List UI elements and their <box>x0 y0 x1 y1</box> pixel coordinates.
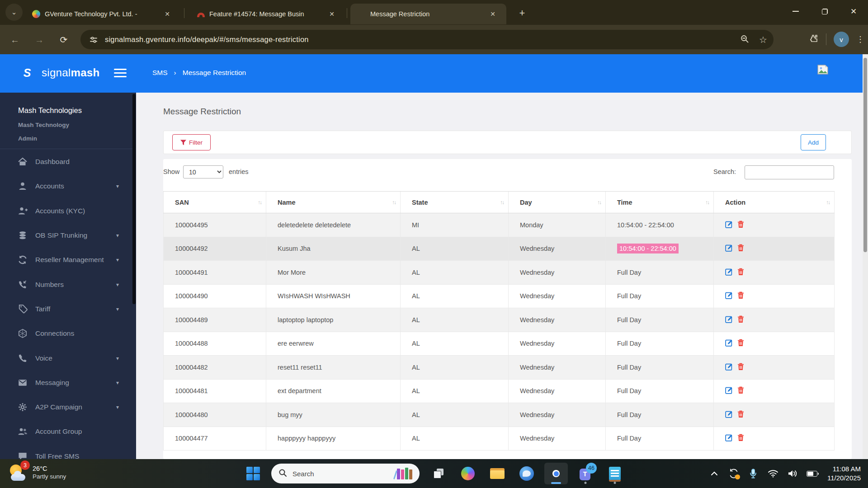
delete-icon[interactable] <box>737 291 744 300</box>
minimize-button[interactable] <box>781 0 810 23</box>
delete-icon[interactable] <box>737 339 744 348</box>
sort-icon[interactable]: ↑↓ <box>826 199 830 206</box>
sidebar-item-accounts[interactable]: Accounts▾ <box>0 174 136 198</box>
sidebar-toggle-button[interactable] <box>114 69 127 78</box>
zoom-out-icon[interactable] <box>740 34 749 45</box>
sidebar-item-messaging[interactable]: Messaging▾ <box>0 371 136 395</box>
delete-icon[interactable] <box>737 363 744 372</box>
taskbar-search[interactable]: Search <box>271 464 420 483</box>
column-header-state[interactable]: State↑↓ <box>401 192 509 213</box>
edit-icon[interactable] <box>725 434 733 443</box>
page-scrollbar-thumb[interactable] <box>863 58 867 252</box>
tab-search-button[interactable]: ⌄ <box>5 4 23 21</box>
sidebar-item-label: Account Group <box>35 427 82 436</box>
taskbar-clock[interactable]: 11:08 AM 11/20/2025 <box>827 465 861 483</box>
sidebar-scrollbar[interactable] <box>132 94 136 304</box>
browser-tab-3[interactable]: Message Restriction✕ <box>350 4 506 24</box>
delete-icon[interactable] <box>737 386 744 395</box>
edit-icon[interactable] <box>725 339 733 348</box>
search-label: Search: <box>713 168 736 175</box>
sidebar-item-accounts-kyc[interactable]: Accounts (KYC) <box>0 199 136 223</box>
sort-icon[interactable]: ↑↓ <box>258 199 261 206</box>
notepad-button[interactable] <box>603 463 627 484</box>
restore-button[interactable] <box>810 0 839 23</box>
edit-icon[interactable] <box>725 244 733 253</box>
sort-icon[interactable]: ↑↓ <box>500 199 504 206</box>
teams-button[interactable]: 46 <box>574 463 597 484</box>
workspace-role[interactable]: Admin <box>18 135 37 142</box>
delete-icon[interactable] <box>737 410 744 419</box>
column-header-san[interactable]: SAN↑↓ <box>163 192 266 213</box>
tab-close-icon[interactable]: ✕ <box>162 9 172 19</box>
page-scrollbar[interactable] <box>863 54 868 459</box>
delete-icon[interactable] <box>737 221 744 230</box>
back-button[interactable]: ← <box>6 31 24 48</box>
chrome-button[interactable] <box>544 463 568 484</box>
table-search-input[interactable] <box>745 165 834 179</box>
browser-tab-1[interactable]: GVenture Technology Pvt. Ltd. -✕ <box>25 4 181 24</box>
page-size-select[interactable]: 10 <box>183 165 223 178</box>
thunderbird-button[interactable] <box>515 463 538 484</box>
wifi-icon[interactable] <box>768 469 778 478</box>
column-header-name[interactable]: Name↑↓ <box>266 192 401 213</box>
column-header-time[interactable]: Time↑↓ <box>606 192 714 213</box>
tray-chevron-up-icon[interactable] <box>711 471 718 476</box>
delete-icon[interactable] <box>737 244 744 253</box>
new-tab-button[interactable]: + <box>515 6 529 20</box>
workspace-account[interactable]: Mash Technology <box>18 122 69 128</box>
profile-avatar[interactable]: v <box>834 32 849 47</box>
weather-widget[interactable]: 3 26°C Partly sunny <box>9 463 66 482</box>
tab-close-icon[interactable]: ✕ <box>327 9 337 19</box>
breadcrumb-section[interactable]: SMS <box>152 69 168 77</box>
cell-san: 100004490 <box>163 285 266 308</box>
column-header-day[interactable]: Day↑↓ <box>509 192 606 213</box>
microphone-icon[interactable] <box>750 469 757 479</box>
filter-button[interactable]: Filter <box>172 134 211 150</box>
edit-icon[interactable] <box>725 410 733 419</box>
forward-button[interactable]: → <box>31 31 48 48</box>
delete-icon[interactable] <box>737 315 744 324</box>
edit-icon[interactable] <box>725 315 733 324</box>
sidebar-item-dashboard[interactable]: Dashboard <box>0 150 136 174</box>
edit-icon[interactable] <box>725 221 733 230</box>
file-explorer-button[interactable] <box>486 463 509 484</box>
address-bar[interactable]: signalmash.gventure.info/deepak/#/sms/me… <box>80 30 774 49</box>
sidebar-item-connections[interactable]: Connections <box>0 321 136 346</box>
edit-icon[interactable] <box>725 291 733 300</box>
sidebar-item-a2p-campaign[interactable]: A2P Campaign▾ <box>0 395 136 419</box>
reload-button[interactable]: ⟳ <box>55 31 72 48</box>
site-settings-icon[interactable] <box>87 33 100 47</box>
sort-icon[interactable]: ↑↓ <box>597 199 601 206</box>
volume-icon[interactable] <box>788 469 797 478</box>
browser-tab-2[interactable]: Feature #14574: Message Busin✕ <box>190 4 344 24</box>
edit-icon[interactable] <box>725 363 733 372</box>
sidebar-item-voice[interactable]: Voice▾ <box>0 346 136 370</box>
column-header-action[interactable]: Action↑↓ <box>714 192 835 213</box>
start-button[interactable] <box>246 467 260 480</box>
delete-icon[interactable] <box>737 434 744 443</box>
sidebar-item-account-group[interactable]: Account Group <box>0 419 136 444</box>
close-window-button[interactable]: ✕ <box>839 0 868 23</box>
edit-icon[interactable] <box>725 386 733 395</box>
edit-icon[interactable] <box>725 268 733 277</box>
sidebar-item-reseller-management[interactable]: Reseller Management▾ <box>0 248 136 272</box>
task-view-button[interactable] <box>427 463 450 484</box>
sort-icon[interactable]: ↑↓ <box>705 199 709 206</box>
browser-menu-icon[interactable]: ⋮ <box>856 34 864 44</box>
extensions-icon[interactable] <box>809 33 819 45</box>
broken-image-icon[interactable] <box>817 64 829 75</box>
breadcrumb-page[interactable]: Message Restriction <box>183 69 246 77</box>
add-button[interactable]: Add <box>801 134 826 150</box>
tab-close-icon[interactable]: ✕ <box>488 9 498 19</box>
cell-name: Mor More <box>266 261 401 284</box>
sort-icon[interactable]: ↑↓ <box>392 199 396 206</box>
sidebar-item-numbers[interactable]: Numbers▾ <box>0 272 136 296</box>
sidebar-item-toll-free-sms[interactable]: Toll Free SMS <box>0 444 136 459</box>
sidebar-item-tariff[interactable]: Tariff▾ <box>0 297 136 321</box>
copilot-button[interactable] <box>456 463 480 484</box>
sidebar-item-ob-sip-trunking[interactable]: OB SIP Trunking▾ <box>0 223 136 248</box>
delete-icon[interactable] <box>737 268 744 277</box>
battery-icon[interactable] <box>807 471 817 477</box>
bookmark-star-icon[interactable]: ☆ <box>759 34 767 45</box>
sync-update-icon[interactable] <box>729 469 739 479</box>
